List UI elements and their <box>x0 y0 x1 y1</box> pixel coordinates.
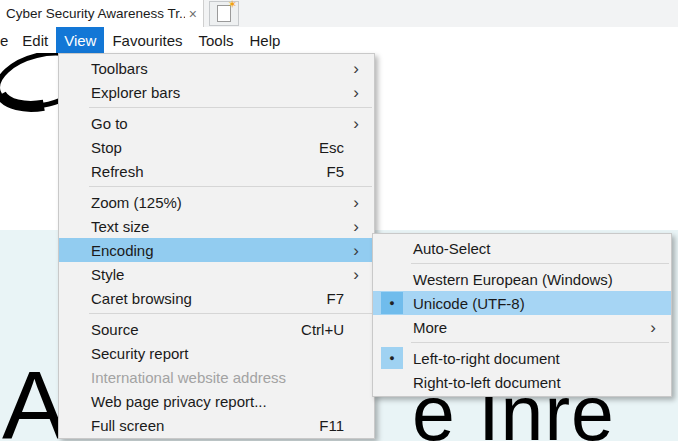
menu-item-caret-browsing[interactable]: Caret browsingF7 <box>59 286 374 310</box>
shortcut-label: Esc <box>319 139 344 156</box>
menu-item-text-size[interactable]: Text size› <box>59 214 374 238</box>
page-background-letter-glyph <box>0 52 60 112</box>
menu-separator <box>59 183 374 190</box>
menu-item-unicode-utf-8[interactable]: ●Unicode (UTF-8) <box>373 291 671 315</box>
menu-item-right-to-left-document[interactable]: Right-to-left document <box>373 370 671 394</box>
encoding-submenu: Auto-SelectWestern European (Windows)●Un… <box>372 233 672 397</box>
menu-bar: eEditViewFavouritesToolsHelp <box>0 27 678 53</box>
menubar-item-help[interactable]: Help <box>242 27 289 53</box>
menu-separator <box>59 104 374 111</box>
menubar-item-file-partial[interactable]: e <box>0 27 14 53</box>
menu-item-western-european-windows[interactable]: Western European (Windows) <box>373 267 671 291</box>
menu-item-go-to[interactable]: Go to› <box>59 111 374 135</box>
menu-item-label: Refresh <box>91 163 326 180</box>
menu-item-label: Zoom (125%) <box>91 194 344 211</box>
menu-item-label: Security report <box>91 345 344 362</box>
menu-item-label: Encoding <box>91 242 344 259</box>
menubar-item-edit[interactable]: Edit <box>14 27 56 53</box>
menu-item-label: More <box>413 319 641 336</box>
active-tab[interactable]: Cyber Security Awareness Tr... × <box>0 0 204 27</box>
shortcut-label: Ctrl+U <box>301 321 344 338</box>
menu-separator <box>59 310 374 317</box>
menu-item-label: Western European (Windows) <box>413 271 641 288</box>
submenu-arrow-icon: › <box>344 115 368 132</box>
menu-item-full-screen[interactable]: Full screenF11 <box>59 413 374 437</box>
menubar-item-view[interactable]: View <box>56 27 104 53</box>
menu-item-toolbars[interactable]: Toolbars› <box>59 56 374 80</box>
menu-item-label: Unicode (UTF-8) <box>413 295 641 312</box>
menu-item-label: Caret browsing <box>91 290 326 307</box>
menu-item-label: Explorer bars <box>91 84 344 101</box>
menu-item-stop[interactable]: StopEsc <box>59 135 374 159</box>
submenu-arrow-icon: › <box>344 60 368 77</box>
menu-item-style[interactable]: Style› <box>59 262 374 286</box>
menu-item-web-page-privacy-report[interactable]: Web page privacy report... <box>59 389 374 413</box>
shortcut-label: F11 <box>319 417 344 434</box>
menubar-item-tools[interactable]: Tools <box>190 27 241 53</box>
submenu-arrow-icon: › <box>344 84 368 101</box>
shortcut-label: F5 <box>326 163 344 180</box>
menu-item-security-report[interactable]: Security report <box>59 341 374 365</box>
menu-icon-slot <box>381 237 403 259</box>
menu-item-label: Go to <box>91 115 344 132</box>
tab-bar: Cyber Security Awareness Tr... × ✶ <box>0 0 678 28</box>
menu-item-label: Web page privacy report... <box>91 393 344 410</box>
menu-item-more[interactable]: More› <box>373 315 671 339</box>
submenu-arrow-icon: › <box>344 218 368 235</box>
menu-icon-slot <box>381 371 403 393</box>
radio-bullet-icon: ● <box>381 347 403 369</box>
page-heading-fragment-left: A <box>2 356 67 441</box>
menu-item-label: Right-to-left document <box>413 374 641 391</box>
menu-item-explorer-bars[interactable]: Explorer bars› <box>59 80 374 104</box>
menu-item-source[interactable]: SourceCtrl+U <box>59 317 374 341</box>
submenu-arrow-icon: › <box>344 266 368 283</box>
menu-item-label: International website address <box>91 369 344 386</box>
submenu-arrow-icon: › <box>344 242 368 259</box>
tab-close-icon[interactable]: × <box>189 7 197 21</box>
menubar-item-favourites[interactable]: Favourites <box>104 27 190 53</box>
new-tab-star-icon: ✶ <box>228 0 237 10</box>
tab-title: Cyber Security Awareness Tr... <box>6 6 185 21</box>
menu-item-label: Left-to-right document <box>413 350 641 367</box>
new-tab-page-icon: ✶ <box>217 5 231 22</box>
submenu-arrow-icon: › <box>641 319 665 336</box>
new-tab-button[interactable]: ✶ <box>209 1 239 26</box>
menu-item-label: Text size <box>91 218 344 235</box>
menu-item-label: Stop <box>91 139 319 156</box>
menu-separator <box>373 339 671 346</box>
menu-item-international-website-address: International website address <box>59 365 374 389</box>
menu-item-encoding[interactable]: Encoding› <box>59 238 374 262</box>
radio-bullet-icon: ● <box>381 292 403 314</box>
menu-item-label: Toolbars <box>91 60 344 77</box>
menu-item-label: Source <box>91 321 301 338</box>
menu-item-label: Auto-Select <box>413 240 641 257</box>
menu-icon-slot <box>381 316 403 338</box>
menu-item-refresh[interactable]: RefreshF5 <box>59 159 374 183</box>
menu-item-left-to-right-document[interactable]: ●Left-to-right document <box>373 346 671 370</box>
menu-item-zoom-125[interactable]: Zoom (125%)› <box>59 190 374 214</box>
menu-item-label: Style <box>91 266 344 283</box>
submenu-arrow-icon: › <box>344 194 368 211</box>
menu-item-auto-select[interactable]: Auto-Select <box>373 236 671 260</box>
shortcut-label: F7 <box>326 290 344 307</box>
menu-icon-slot <box>381 268 403 290</box>
menu-item-label: Full screen <box>91 417 319 434</box>
menu-separator <box>373 260 671 267</box>
view-menu: Toolbars›Explorer bars›Go to›StopEscRefr… <box>58 53 375 439</box>
